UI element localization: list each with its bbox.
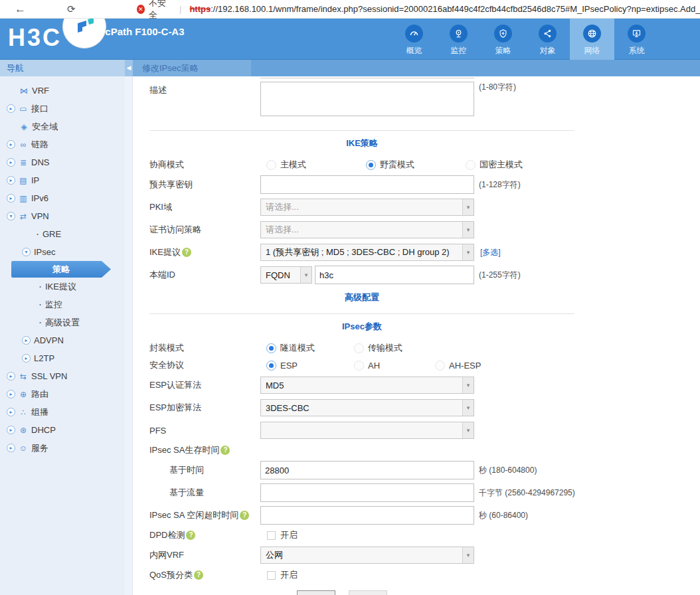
- menu-network[interactable]: 网络: [570, 19, 614, 60]
- sidebar-item-gre[interactable]: GRE: [0, 225, 125, 243]
- expand-icon[interactable]: [22, 336, 31, 345]
- sidebar-item-policy-selected[interactable]: 策略: [11, 261, 111, 278]
- chevron-down-icon: [462, 400, 474, 416]
- preshared-key-input[interactable]: [260, 175, 474, 194]
- shield-icon: [494, 25, 512, 42]
- security-label[interactable]: 不安全: [149, 0, 171, 21]
- expand-icon[interactable]: [7, 194, 15, 203]
- expand-icon[interactable]: [7, 158, 15, 167]
- menu-policy[interactable]: 策略: [481, 19, 525, 60]
- expand-icon[interactable]: [7, 444, 15, 452]
- menu-object[interactable]: 对象: [525, 19, 570, 60]
- esp-enc-select[interactable]: 3DES-CBC: [260, 399, 474, 416]
- sidebar-item-link[interactable]: 链路: [0, 135, 125, 153]
- sidebar-item-ip[interactable]: IP: [0, 171, 125, 189]
- radio-ah[interactable]: AH: [354, 361, 435, 371]
- help-icon[interactable]: ?: [186, 531, 195, 540]
- sidebar-item-security-zone[interactable]: 安全域: [0, 118, 125, 135]
- sidebar-item-dns[interactable]: DNS: [0, 153, 125, 171]
- menu-overview[interactable]: 概览: [392, 19, 436, 60]
- sidebar-item-service[interactable]: 服务: [0, 439, 125, 457]
- expand-icon[interactable]: [7, 176, 15, 185]
- expand-icon[interactable]: [7, 104, 15, 113]
- ike-proposal-select[interactable]: 1 (预共享密钥 ; MD5 ; 3DES-CBC ; DH group 2): [260, 244, 474, 261]
- sidebar-item-route[interactable]: 路由: [0, 385, 125, 403]
- menu-system[interactable]: 系统: [614, 19, 659, 60]
- collapse-icon[interactable]: [7, 212, 15, 220]
- address-bar[interactable]: https://192.168.100.1/wnm/frame/index.ph…: [189, 4, 700, 14]
- cert-policy-select[interactable]: 请选择...: [260, 221, 474, 238]
- sidebar-item-l2tp[interactable]: L2TP: [0, 349, 125, 367]
- help-icon[interactable]: ?: [220, 446, 230, 455]
- radio-selected-icon[interactable]: [266, 343, 276, 353]
- sidebar-item-ipv6[interactable]: IPv6: [0, 189, 125, 207]
- radio-selected-icon[interactable]: [266, 361, 276, 371]
- pfs-select[interactable]: [260, 422, 474, 439]
- expand-icon[interactable]: [7, 426, 15, 434]
- sidebar-item-ipsec[interactable]: IPsec: [0, 243, 125, 261]
- sidebar-item-advanced-settings[interactable]: 高级设置: [0, 313, 125, 331]
- sidebar-item-multicast[interactable]: 组播: [0, 403, 125, 421]
- radio-icon[interactable]: [435, 361, 445, 371]
- local-id-label: 本端ID: [149, 269, 260, 281]
- expand-icon[interactable]: [22, 354, 31, 363]
- expand-icon[interactable]: [7, 372, 15, 381]
- sidebar-item-dhcp[interactable]: DHCP: [0, 421, 125, 439]
- ok-button[interactable]: 确定: [297, 590, 335, 595]
- help-icon[interactable]: ?: [194, 570, 203, 580]
- idle-timeout-input[interactable]: [260, 506, 474, 525]
- ssl-vpn-icon: [19, 372, 28, 381]
- sidebar-item-monitor[interactable]: 监控: [0, 296, 125, 313]
- radio-icon[interactable]: [466, 160, 476, 170]
- section-divider: [149, 130, 574, 131]
- sidebar-scrollbar[interactable]: [125, 76, 133, 595]
- menu-monitor[interactable]: 监控: [436, 19, 481, 60]
- radio-aggressive-mode[interactable]: 野蛮模式: [366, 159, 466, 171]
- radio-gm-main-mode[interactable]: 国密主模式: [466, 159, 565, 171]
- help-icon[interactable]: ?: [182, 248, 191, 257]
- qos-enable-checkbox[interactable]: [267, 571, 276, 580]
- sidebar-item-advpn[interactable]: ADVPN: [0, 331, 125, 349]
- dpd-enable-checkbox[interactable]: [267, 531, 276, 540]
- qos-enable-label: 开启: [280, 569, 298, 581]
- radio-icon[interactable]: [354, 343, 364, 353]
- radio-icon[interactable]: [266, 160, 276, 170]
- pki-domain-select[interactable]: 请选择...: [260, 199, 474, 216]
- sidebar-collapse-icon[interactable]: ◀: [125, 60, 133, 76]
- help-icon[interactable]: ?: [240, 511, 249, 520]
- sidebar-item-vpn[interactable]: VPN: [0, 207, 125, 225]
- collapse-icon[interactable]: [22, 248, 31, 256]
- sidebar-item-vrf[interactable]: VRF: [0, 82, 125, 100]
- cancel-button[interactable]: 取消: [349, 590, 387, 595]
- intranet-vrf-select[interactable]: 公网: [260, 547, 474, 564]
- radio-esp[interactable]: ESP: [266, 361, 354, 371]
- traffic-based-input[interactable]: [260, 483, 474, 502]
- description-textarea[interactable]: [260, 82, 474, 116]
- reload-icon[interactable]: ⟳: [67, 4, 76, 14]
- local-id-input[interactable]: [315, 266, 474, 284]
- expand-icon[interactable]: [7, 408, 15, 416]
- app-header: H3C SecPath F100-C-A3 概览 监控: [0, 19, 700, 60]
- esp-auth-select[interactable]: MD5: [260, 377, 474, 394]
- negotiation-mode-options: 主模式 野蛮模式 国密主模式: [260, 159, 565, 171]
- tab-modify-ipsec-policy[interactable]: 修改IPsec策略: [133, 60, 251, 76]
- sidebar-item-ike-proposal[interactable]: IKE提议: [0, 278, 125, 296]
- time-based-input[interactable]: [260, 461, 474, 479]
- radio-tunnel-mode[interactable]: 隧道模式: [266, 342, 354, 354]
- local-id-type-select[interactable]: FQDN: [260, 266, 312, 284]
- radio-main-mode[interactable]: 主模式: [266, 159, 366, 171]
- tab-strip: 导航 ◀ 修改IPsec策略: [0, 60, 700, 76]
- radio-selected-icon[interactable]: [366, 160, 376, 170]
- back-icon[interactable]: ←: [15, 3, 26, 15]
- radio-ah-esp[interactable]: AH-ESP: [435, 361, 516, 371]
- sidebar-item-interface[interactable]: 接口: [0, 100, 125, 118]
- radio-transport-mode[interactable]: 传输模式: [354, 342, 435, 354]
- expand-icon[interactable]: [7, 140, 15, 149]
- bullet-icon: [35, 229, 41, 239]
- radio-icon[interactable]: [354, 361, 364, 371]
- advanced-config-link[interactable]: 高级配置: [149, 292, 574, 303]
- top-menu: 概览 监控 策略 对象: [392, 19, 659, 60]
- sidebar-item-ssl-vpn[interactable]: SSL VPN: [0, 367, 125, 385]
- multi-select-link[interactable]: [多选]: [480, 247, 501, 258]
- expand-icon[interactable]: [7, 390, 15, 398]
